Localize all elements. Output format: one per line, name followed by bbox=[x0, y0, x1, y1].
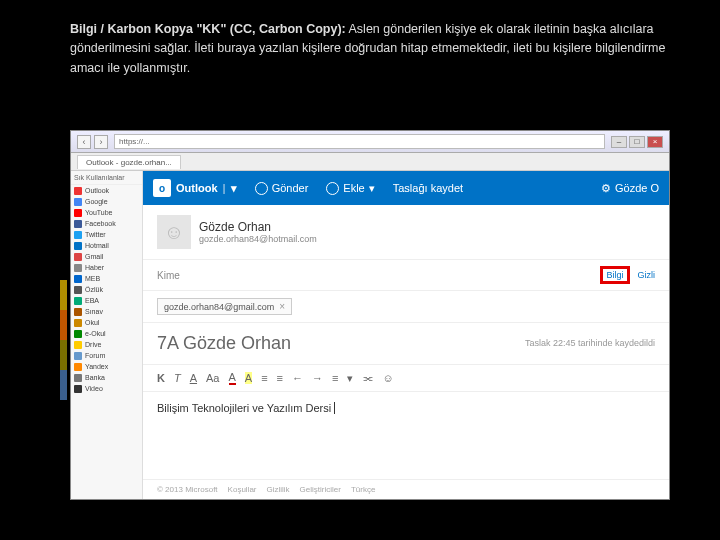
developers-link[interactable]: Geliştiriciler bbox=[300, 485, 341, 494]
fontcolor-button[interactable]: A bbox=[229, 371, 236, 385]
bookmark-item[interactable]: Drive bbox=[71, 339, 142, 350]
bookmark-item[interactable]: Haber bbox=[71, 262, 142, 273]
sidebar-label: Sık Kullanılanlar bbox=[71, 171, 142, 185]
message-body[interactable]: Bilişim Teknolojileri ve Yazılım Dersi bbox=[143, 392, 669, 479]
bookmark-item[interactable]: MEB bbox=[71, 273, 142, 284]
bcc-link[interactable]: Gizli bbox=[638, 270, 656, 280]
align-button[interactable]: ≡ bbox=[332, 372, 338, 384]
attach-button[interactable]: Ekle▾ bbox=[326, 182, 374, 195]
favicon-icon bbox=[74, 242, 82, 250]
bookmark-item[interactable]: Facebook bbox=[71, 218, 142, 229]
close-button[interactable]: × bbox=[647, 136, 663, 148]
favicon-icon bbox=[74, 209, 82, 217]
outdent-button[interactable]: ← bbox=[292, 372, 303, 384]
send-icon bbox=[255, 182, 268, 195]
sender-row: ☺ Gözde Orhan gozde.orhan84@hotmail.com bbox=[143, 205, 669, 260]
address-bar[interactable]: https://... bbox=[114, 134, 605, 149]
recipient-chip[interactable]: gozde.orhan84@gmail.com × bbox=[157, 298, 292, 315]
favicon-icon bbox=[74, 187, 82, 195]
avatar: ☺ bbox=[157, 215, 191, 249]
indent-button[interactable]: → bbox=[312, 372, 323, 384]
bookmark-item[interactable]: Yandex bbox=[71, 361, 142, 372]
favicon-icon bbox=[74, 275, 82, 283]
favicon-icon bbox=[74, 374, 82, 382]
bullet-list-button[interactable]: ≡ bbox=[261, 372, 267, 384]
browser-titlebar: ‹ › https://... – □ × bbox=[71, 131, 669, 153]
bookmark-item[interactable]: Gmail bbox=[71, 251, 142, 262]
favicon-icon bbox=[74, 319, 82, 327]
bookmark-item[interactable]: YouTube bbox=[71, 207, 142, 218]
link-button[interactable]: ⫘ bbox=[362, 372, 373, 384]
attach-icon bbox=[326, 182, 339, 195]
draft-status: Taslak 22:45 tarihinde kaydedildi bbox=[525, 338, 655, 350]
bookmark-item[interactable]: Okul bbox=[71, 317, 142, 328]
send-button[interactable]: Gönder bbox=[255, 182, 309, 195]
bookmark-item[interactable]: Google bbox=[71, 196, 142, 207]
highlight-button[interactable]: A bbox=[245, 372, 252, 384]
outlook-toolbar: o Outlook | ▾ Gönder Ekle▾ Taslağı kayde… bbox=[143, 171, 669, 205]
page-footer: © 2013 Microsoft Koşullar Gizlilik Geliş… bbox=[143, 479, 669, 499]
favicon-icon bbox=[74, 385, 82, 393]
favicon-icon bbox=[74, 220, 82, 228]
favicon-icon bbox=[74, 308, 82, 316]
outlook-brand[interactable]: o Outlook | ▾ bbox=[153, 179, 237, 197]
number-list-button[interactable]: ≡ bbox=[277, 372, 283, 384]
favicon-icon bbox=[74, 352, 82, 360]
italic-button[interactable]: T bbox=[174, 372, 181, 384]
bookmark-item[interactable]: Özlük bbox=[71, 284, 142, 295]
favicon-icon bbox=[74, 341, 82, 349]
subject-row[interactable]: 7A Gözde Orhan Taslak 22:45 tarihinde ka… bbox=[143, 323, 669, 365]
bookmarks-sidebar: Sık Kullanılanlar OutlookGoogleYouTubeFa… bbox=[71, 171, 143, 499]
fontsize-button[interactable]: Aa bbox=[206, 372, 219, 384]
favicon-icon bbox=[74, 363, 82, 371]
minimize-button[interactable]: – bbox=[611, 136, 627, 148]
slide-accent bbox=[60, 280, 67, 400]
underline-button[interactable]: A bbox=[190, 372, 197, 384]
bookmark-item[interactable]: Sınav bbox=[71, 306, 142, 317]
bookmark-item[interactable]: Banka bbox=[71, 372, 142, 383]
bookmark-item[interactable]: e-Okul bbox=[71, 328, 142, 339]
favicon-icon bbox=[74, 231, 82, 239]
subject-input[interactable]: 7A Gözde Orhan bbox=[157, 333, 291, 354]
user-menu[interactable]: ⚙Gözde O bbox=[601, 182, 659, 195]
terms-link[interactable]: Koşullar bbox=[228, 485, 257, 494]
bookmark-item[interactable]: EBA bbox=[71, 295, 142, 306]
cc-row[interactable]: gozde.orhan84@gmail.com × bbox=[143, 291, 669, 323]
format-toolbar: K T A Aa A A ≡ ≡ ← → ≡ ▾ ⫘ ☺ bbox=[143, 365, 669, 392]
explanation-text: Bilgi / Karbon Kopya "KK" (CC, Carbon Co… bbox=[70, 20, 670, 78]
save-draft-button[interactable]: Taslağı kaydet bbox=[393, 182, 463, 194]
favicon-icon bbox=[74, 297, 82, 305]
maximize-button[interactable]: □ bbox=[629, 136, 645, 148]
outlook-logo-icon: o bbox=[153, 179, 171, 197]
screenshot-outlook: ‹ › https://... – □ × Outlook - gozde.or… bbox=[70, 130, 670, 500]
bookmark-item[interactable]: Video bbox=[71, 383, 142, 394]
back-button[interactable]: ‹ bbox=[77, 135, 91, 149]
language-link[interactable]: Türkçe bbox=[351, 485, 375, 494]
bookmark-item[interactable]: Outlook bbox=[71, 185, 142, 196]
chevron-down-icon[interactable]: ▾ bbox=[231, 182, 237, 195]
gear-icon: ⚙ bbox=[601, 182, 611, 195]
favicon-icon bbox=[74, 286, 82, 294]
text-cursor bbox=[331, 402, 335, 414]
bookmark-item[interactable]: Forum bbox=[71, 350, 142, 361]
bookmark-item[interactable]: Twitter bbox=[71, 229, 142, 240]
sender-name: Gözde Orhan bbox=[199, 220, 317, 234]
emoji-button[interactable]: ☺ bbox=[382, 372, 393, 384]
favicon-icon bbox=[74, 253, 82, 261]
bookmark-item[interactable]: Hotmail bbox=[71, 240, 142, 251]
favicon-icon bbox=[74, 198, 82, 206]
remove-chip-icon[interactable]: × bbox=[279, 301, 285, 312]
cc-link-highlighted[interactable]: Bilgi bbox=[600, 266, 629, 284]
browser-tab[interactable]: Outlook - gozde.orhan... bbox=[77, 155, 181, 169]
favicon-icon bbox=[74, 330, 82, 338]
to-row[interactable]: Kime Bilgi Gizli bbox=[143, 260, 669, 291]
to-label: Kime bbox=[157, 270, 180, 281]
privacy-link[interactable]: Gizlilik bbox=[267, 485, 290, 494]
forward-button[interactable]: › bbox=[94, 135, 108, 149]
bold-button[interactable]: K bbox=[157, 372, 165, 384]
favicon-icon bbox=[74, 264, 82, 272]
more-format-button[interactable]: ▾ bbox=[347, 372, 353, 385]
browser-tabs: Outlook - gozde.orhan... bbox=[71, 153, 669, 171]
sender-email: gozde.orhan84@hotmail.com bbox=[199, 234, 317, 244]
